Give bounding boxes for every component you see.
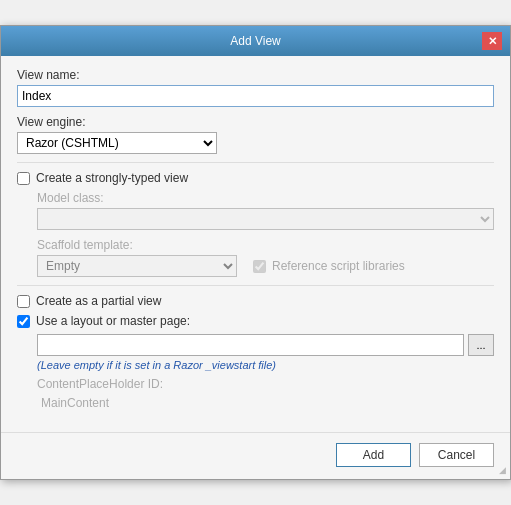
scaffold-label: Scaffold template:	[37, 238, 494, 252]
view-name-label: View name:	[17, 68, 494, 82]
use-layout-row: Use a layout or master page:	[17, 314, 494, 328]
dialog-title: Add View	[29, 34, 482, 48]
ref-script-label: Reference script libraries	[272, 259, 405, 273]
ref-script-checkbox[interactable]	[253, 260, 266, 273]
use-layout-checkbox[interactable]	[17, 315, 30, 328]
view-engine-select[interactable]: Razor (CSHTML) ASPX Razor (VBHTML)	[17, 132, 217, 154]
layout-path-input[interactable]	[37, 334, 464, 356]
view-name-group: View name:	[17, 68, 494, 107]
title-bar: Add View ✕	[1, 26, 510, 56]
partial-view-row: Create as a partial view	[17, 294, 494, 308]
partial-view-checkbox[interactable]	[17, 295, 30, 308]
cancel-button[interactable]: Cancel	[419, 443, 494, 467]
view-engine-group: View engine: Razor (CSHTML) ASPX Razor (…	[17, 115, 494, 154]
dialog-body: View name: View engine: Razor (CSHTML) A…	[1, 56, 510, 432]
scaffold-group: Scaffold template: Empty Reference scrip…	[17, 238, 494, 277]
strongly-typed-label[interactable]: Create a strongly-typed view	[36, 171, 188, 185]
button-row: Add Cancel	[1, 432, 510, 479]
divider1	[17, 162, 494, 163]
hint-text: (Leave empty if it is set in a Razor _vi…	[37, 359, 494, 371]
add-view-dialog: Add View ✕ View name: View engine: Razor…	[0, 25, 511, 480]
content-placeholder-group: ContentPlaceHolder ID: MainContent	[37, 377, 494, 412]
scaffold-row: Empty Reference script libraries	[37, 255, 494, 277]
model-class-row	[37, 208, 494, 230]
layout-input-group: ... (Leave empty if it is set in a Razor…	[17, 334, 494, 412]
partial-view-label[interactable]: Create as a partial view	[36, 294, 161, 308]
content-placeholder-value: MainContent	[37, 394, 494, 412]
layout-input-row: ...	[37, 334, 494, 356]
model-class-select[interactable]	[37, 208, 494, 230]
view-name-input[interactable]	[17, 85, 494, 107]
add-button[interactable]: Add	[336, 443, 411, 467]
view-engine-label: View engine:	[17, 115, 494, 129]
close-button[interactable]: ✕	[482, 32, 502, 50]
scaffold-select[interactable]: Empty	[37, 255, 237, 277]
ref-script-row: Reference script libraries	[253, 259, 405, 273]
model-class-label: Model class:	[37, 191, 494, 205]
divider2	[17, 285, 494, 286]
strongly-typed-row: Create a strongly-typed view	[17, 171, 494, 185]
strongly-typed-checkbox[interactable]	[17, 172, 30, 185]
use-layout-label[interactable]: Use a layout or master page:	[36, 314, 190, 328]
model-class-group: Model class:	[17, 191, 494, 230]
content-placeholder-label: ContentPlaceHolder ID:	[37, 377, 494, 391]
browse-button[interactable]: ...	[468, 334, 494, 356]
